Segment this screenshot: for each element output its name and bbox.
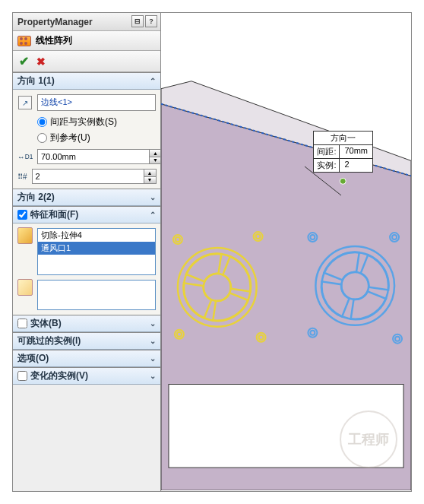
features-listbox[interactable]: 切除-拉伸4 通风口1 <box>37 228 156 275</box>
section-direction2-header[interactable]: 方向 2(2) ⌄ <box>13 189 160 206</box>
features-checkbox[interactable] <box>17 210 27 220</box>
list-item[interactable]: 切除-拉伸4 <box>38 229 155 242</box>
spacing-icon: ↔D1 <box>17 153 33 161</box>
count-input[interactable] <box>32 169 144 184</box>
radio-to-reference[interactable]: 到参考(U) <box>37 132 156 144</box>
count-icon: ⠿# <box>17 173 27 181</box>
svg-rect-2 <box>169 385 403 468</box>
direction1-edge-selection[interactable]: 边线<1> <box>37 94 156 111</box>
section-skip-header[interactable]: 可跳过的实例(I) ⌄ <box>13 333 160 350</box>
model-render <box>161 13 411 490</box>
cancel-button[interactable]: ✖ <box>36 55 46 68</box>
svg-point-25 <box>340 178 346 184</box>
section-features-header[interactable]: 特征和面(F) ⌃ <box>13 207 160 223</box>
help-icon[interactable]: ? <box>145 15 157 27</box>
collapse-icon: ⌃ <box>150 211 156 219</box>
spacing-input[interactable] <box>37 149 150 164</box>
spacing-up[interactable]: ▲ <box>150 150 161 157</box>
pattern-callout[interactable]: 方向一 间距: 70mm 实例: 2 <box>313 131 373 173</box>
expand-icon: ⌄ <box>150 193 156 201</box>
face-cube-icon <box>17 279 33 296</box>
reverse-direction-icon[interactable]: ↗ <box>18 96 32 109</box>
callout-count-label: 实例: <box>314 159 340 172</box>
count-down[interactable]: ▼ <box>144 177 156 184</box>
section-vary-header[interactable]: 变化的实例(V) ⌄ <box>13 368 160 385</box>
faces-listbox[interactable] <box>37 280 156 310</box>
list-item[interactable]: 通风口1 <box>38 242 155 255</box>
panel-header: PropertyManager ⊟ ? <box>13 13 160 31</box>
pushpin-icon[interactable]: ⊟ <box>131 15 144 27</box>
spacing-down[interactable]: ▼ <box>150 157 161 164</box>
feature-title-bar: 线性阵列 <box>13 31 160 51</box>
ok-button[interactable]: ✔ <box>19 54 29 68</box>
callout-spacing-label: 间距: <box>314 145 340 158</box>
property-manager-panel: PropertyManager ⊟ ? 线性阵列 ✔ ✖ 方向 1(1) ⌃ ↗… <box>13 13 161 491</box>
callout-spacing-value[interactable]: 70mm <box>340 145 372 158</box>
feature-cube-icon <box>17 227 33 244</box>
section-direction1-header[interactable]: 方向 1(1) ⌃ <box>13 73 160 90</box>
graphics-viewport[interactable]: 方向一 间距: 70mm 实例: 2 工程师 <box>161 13 411 491</box>
action-row: ✔ ✖ <box>13 51 160 72</box>
section-options-header[interactable]: 选项(O) ⌄ <box>13 350 160 367</box>
collapse-icon: ⌃ <box>150 77 156 85</box>
callout-title: 方向一 <box>314 132 372 145</box>
solids-checkbox[interactable] <box>17 319 27 328</box>
feature-name: 线性阵列 <box>36 34 72 47</box>
count-up[interactable]: ▲ <box>144 170 156 177</box>
panel-title: PropertyManager <box>17 17 93 27</box>
linear-pattern-icon <box>17 36 31 46</box>
vary-checkbox[interactable] <box>17 371 27 381</box>
callout-count-value[interactable]: 2 <box>340 159 367 172</box>
section-solids-header[interactable]: 实体(B) ⌄ <box>13 315 160 332</box>
radio-spacing-instances[interactable]: 间距与实例数(S) <box>37 116 156 128</box>
